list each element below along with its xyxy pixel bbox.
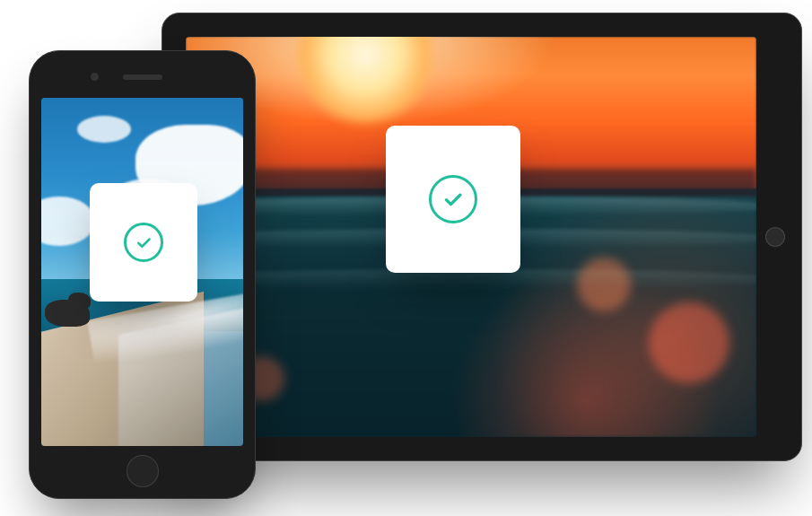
bokeh-light [649,302,729,383]
success-card-phone [90,183,197,302]
device-mockup-stage [0,0,812,516]
cloud-icon [77,116,131,143]
phone-home-button[interactable] [127,455,159,487]
phone-camera [91,73,99,81]
success-card-tablet [386,126,520,273]
checkmark-circle-icon [429,175,477,223]
checkmark-circle-icon [124,223,163,262]
phone-speaker [123,74,162,80]
rocks [68,293,91,309]
tablet-home-button[interactable] [765,227,785,247]
bokeh-light [577,258,631,311]
